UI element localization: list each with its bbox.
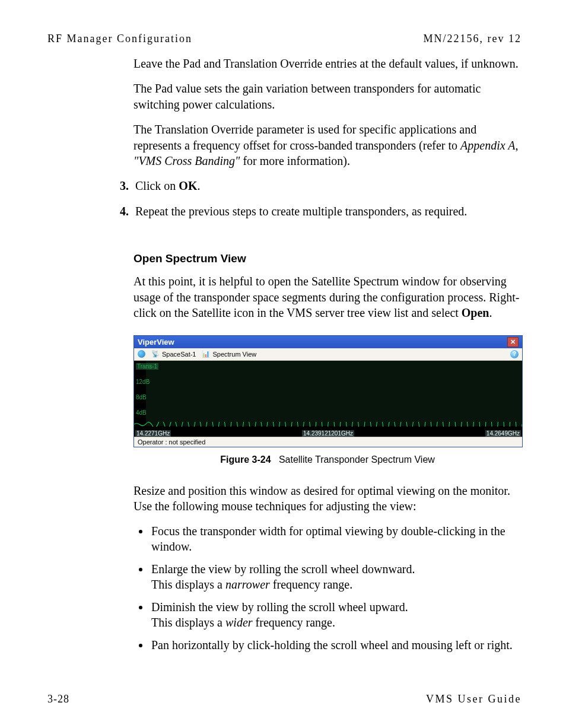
page-footer: 3-28 VMS User Guide [47,693,522,705]
spectrum-icon: 📊 [202,350,210,358]
satellite-label: SpaceSat-1 [162,351,196,358]
spectrum-view-label: Spectrum View [212,351,256,358]
b3-line2c: frequency range. [253,616,335,629]
label-4db: 4dB [136,409,147,416]
step-3-ok: OK [179,179,197,192]
freq-mid: 14.239121201GHz [302,430,354,437]
toolbar-spectrum-view[interactable]: 📊 Spectrum View [202,350,256,358]
section-para-open-spectrum: At this point, it is helpful to open the… [133,274,522,320]
step-3-number: 3. [120,178,129,194]
b2-narrower: narrower [225,578,270,591]
step-4: 4. Repeat the previous steps to create m… [120,204,522,220]
b3-line1: Diminish the view by rolling the scroll … [151,600,408,613]
figure-title: Satellite Transponder Spectrum View [279,454,435,465]
paragraph-pad-override: Leave the Pad and Translation Override e… [133,56,522,71]
para3-lead: The Translation Override parameter is us… [133,123,476,151]
trace-svg [134,422,522,427]
mouse-techniques-list: Focus the transponder width for optimal … [150,523,522,653]
spectrum-band [146,361,522,426]
label-8db: 8dB [136,394,147,400]
spectrum-canvas[interactable]: Trans-1 12dB 8dB 4dB 14.2271GHz 14.23912… [134,361,522,437]
satellite-icon: 📡 [151,350,160,358]
close-icon[interactable]: ✕ [507,337,519,347]
bullet-pan: Pan horizontally by click-holding the sc… [150,637,522,653]
para3-tail: for more information). [240,154,350,167]
step-4-text: Repeat the previous steps to create mult… [135,205,467,218]
viperview-statusbar: Operator : not specified [134,437,522,447]
viperview-toolbar: 📡 SpaceSat-1 📊 Spectrum View ? [134,348,522,361]
b2-line1: Enlarge the view by rolling the scroll w… [151,562,415,576]
viperview-titlebar[interactable]: ViperView ✕ [134,336,522,348]
b3-line2a: This displays a [151,616,225,629]
toolbar-satellite[interactable]: 📡 SpaceSat-1 [151,350,196,358]
freq-left: 14.2271GHz [135,430,171,437]
freq-right: 14.2649GHz [485,430,521,437]
step-3-text-a: Click on [135,179,179,192]
bullet-enlarge: Enlarge the view by rolling the scroll w… [150,561,522,592]
header-right: MN/22156, rev 12 [424,33,522,45]
running-header: RF Manager Configuration MN/22156, rev 1… [47,33,522,45]
viperview-window: ViperView ✕ 📡 SpaceSat-1 📊 Spectrum View… [133,335,523,447]
label-trans1: Trans-1 [136,363,158,370]
section-para-open: Open [462,306,489,319]
help-icon[interactable]: ? [510,350,519,358]
bullet-diminish: Diminish the view by rolling the scroll … [150,599,522,630]
step-4-number: 4. [120,204,129,220]
label-12db: 12dB [136,379,150,385]
paragraph-resize: Resize and position this window as desir… [133,483,522,514]
b3-wider: wider [225,616,253,629]
spectrum-trace [134,422,522,427]
paragraph-translation-override: The Translation Override parameter is us… [133,122,522,169]
figure-caption: Figure 3-24 Satellite Transponder Spectr… [133,454,522,465]
viperview-title-text: ViperView [138,338,174,346]
b2-line2c: frequency range. [270,578,352,591]
step-3: 3. Click on OK. [120,178,522,194]
paragraph-pad-value: The Pad value sets the gain variation be… [133,81,522,112]
section-heading-open-spectrum: Open Spectrum View [133,252,522,265]
globe-icon[interactable] [138,350,145,358]
figure-viperview-window: ViperView ✕ 📡 SpaceSat-1 📊 Spectrum View… [133,335,522,447]
header-left: RF Manager Configuration [47,33,192,45]
step-3-text-c: . [197,179,200,192]
page-number: 3-28 [47,693,69,705]
bullet-focus: Focus the transponder width for optimal … [150,523,522,554]
figure-number: Figure 3-24 [220,454,271,465]
guide-name: VMS User Guide [426,693,522,705]
b2-line2a: This displays a [151,578,225,591]
section-para-c: . [489,306,492,319]
